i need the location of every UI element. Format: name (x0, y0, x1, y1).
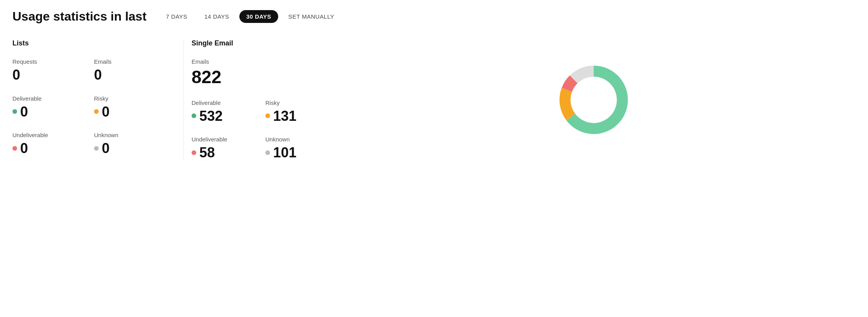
tab-14days[interactable]: 14 DAYS (197, 10, 236, 23)
se-risky: Risky 131 (265, 99, 324, 124)
se-undeliverable-value: 58 (199, 145, 215, 160)
undeliverable-dot-icon (12, 146, 17, 151)
lists-unknown-label: Unknown (94, 132, 160, 138)
risky-dot-icon (94, 109, 99, 114)
se-unknown-value: 101 (273, 145, 296, 160)
se-unknown: Unknown 101 (265, 136, 324, 160)
lists-unknown-value: 0 (102, 141, 110, 156)
tab-30days[interactable]: 30 DAYS (239, 10, 278, 23)
lists-deliverable-label: Deliverable (12, 95, 78, 102)
page-title: Usage statistics in last (12, 9, 146, 24)
lists-requests-label: Requests (12, 58, 78, 65)
se-unknown-label: Unknown (265, 136, 324, 143)
se-deliverable-label: Deliverable (192, 99, 250, 106)
deliverable-dot-icon (12, 109, 17, 114)
lists-requests: Requests 0 (12, 58, 78, 83)
donut-chart (551, 57, 636, 143)
lists-stat-grid: Requests 0 Emails 0 Deliverable 0 Ri (12, 58, 160, 156)
lists-deliverable-value: 0 (20, 104, 28, 120)
single-email-total-block: Emails 822 (192, 58, 324, 87)
lists-emails: Emails 0 (94, 58, 160, 83)
single-email-section-title: Single Email (192, 39, 324, 47)
single-email-emails-label: Emails (192, 58, 324, 65)
lists-unknown: Unknown 0 (94, 132, 160, 156)
donut-hole (570, 77, 617, 123)
lists-requests-value: 0 (12, 67, 20, 83)
lists-undeliverable-label: Undeliverable (12, 132, 78, 138)
lists-risky-label: Risky (94, 95, 160, 102)
se-undeliverable-label: Undeliverable (192, 136, 250, 143)
se-deliverable: Deliverable 532 (192, 99, 250, 124)
lists-deliverable: Deliverable 0 (12, 95, 78, 120)
lists-emails-value: 0 (94, 67, 102, 83)
single-email-section: Single Email Emails 822 Deliverable 532 … (192, 39, 856, 160)
section-divider (183, 39, 184, 160)
se-unknown-dot-icon (265, 150, 270, 155)
se-undeliverable: Undeliverable 58 (192, 136, 250, 160)
lists-undeliverable: Undeliverable 0 (12, 132, 78, 156)
se-deliverable-dot-icon (192, 113, 196, 118)
main-content: Lists Requests 0 Emails 0 Deliverable 0 (12, 39, 856, 160)
se-risky-label: Risky (265, 99, 324, 106)
tab-7days[interactable]: 7 DAYS (159, 10, 194, 23)
lists-risky-value: 0 (102, 104, 110, 120)
se-risky-value: 131 (273, 108, 296, 124)
single-email-total-value: 822 (192, 67, 324, 87)
lists-section-title: Lists (12, 39, 160, 47)
single-email-stats: Single Email Emails 822 Deliverable 532 … (192, 39, 324, 160)
lists-risky: Risky 0 (94, 95, 160, 120)
donut-chart-container (339, 39, 856, 160)
se-undeliverable-dot-icon (192, 150, 196, 155)
lists-emails-label: Emails (94, 58, 160, 65)
page-header: Usage statistics in last 7 DAYS 14 DAYS … (12, 9, 856, 24)
se-risky-dot-icon (265, 113, 270, 118)
se-deliverable-value: 532 (199, 108, 223, 124)
single-email-stat-grid: Deliverable 532 Risky 131 Undeliverable (192, 99, 324, 160)
unknown-dot-icon (94, 146, 99, 151)
tab-group: 7 DAYS 14 DAYS 30 DAYS SET MANUALLY (159, 10, 341, 23)
tab-set-manually[interactable]: SET MANUALLY (281, 10, 341, 23)
lists-section: Lists Requests 0 Emails 0 Deliverable 0 (12, 39, 176, 160)
lists-undeliverable-value: 0 (20, 141, 28, 156)
